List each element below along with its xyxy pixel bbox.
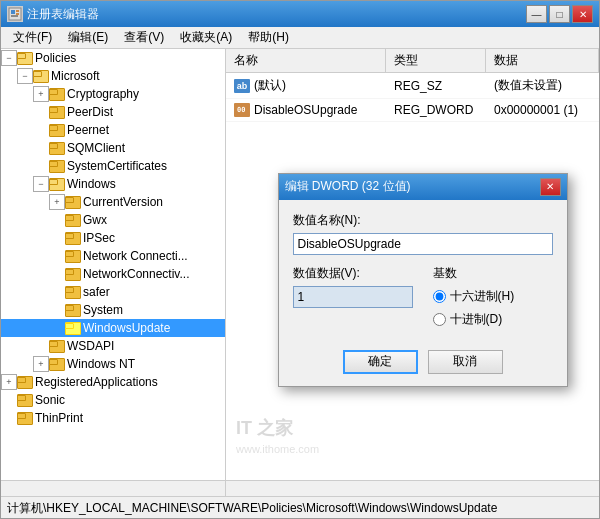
node-label-cryptography: Cryptography [67,87,139,101]
title-buttons: — □ ✕ [526,5,593,23]
expand-placeholder [33,158,49,174]
tree-node-microsoft[interactable]: − Microsoft [1,67,225,85]
radio-hex-label[interactable]: 十六进制(H) [433,288,553,305]
node-label-sonic: Sonic [35,393,65,407]
dialog-body: 数值名称(N): 数值数据(V): 基数 [279,200,567,340]
expand-windows[interactable]: − [33,176,49,192]
tree-node-wsdapi[interactable]: WSDAPI [1,337,225,355]
radio-dec-label[interactable]: 十进制(D) [433,311,553,328]
menu-edit[interactable]: 编辑(E) [60,27,116,48]
folder-icon-thinprint [17,411,33,425]
node-label-microsoft: Microsoft [51,69,100,83]
dialog-cancel-button[interactable]: 取消 [428,350,503,374]
folder-icon-wsdapi [49,339,65,353]
field-data-input[interactable] [293,286,413,308]
dialog-title-bar: 编辑 DWORD (32 位值) ✕ [279,174,567,200]
tree-node-peerdist[interactable]: PeerDist [1,103,225,121]
expand-microsoft[interactable]: − [17,68,33,84]
expand-cryptography[interactable]: + [33,86,49,102]
node-label-networkconn2: NetworkConnectiv... [83,267,189,281]
node-label-currentversion: CurrentVersion [83,195,163,209]
radio-dec[interactable] [433,313,446,326]
expand-placeholder [49,302,65,318]
tree-node-ipsec[interactable]: IPSec [1,229,225,247]
expand-policies[interactable]: − [1,50,17,66]
folder-icon-safer [65,285,81,299]
list-scrollbar[interactable] [226,480,599,496]
tree-node-windows[interactable]: − Windows [1,175,225,193]
tree-node-registeredapps[interactable]: + RegisteredApplications [1,373,225,391]
app-icon [7,6,23,22]
menu-bar: 文件(F) 编辑(E) 查看(V) 收藏夹(A) 帮助(H) [1,27,599,49]
node-label-wsdapi: WSDAPI [67,339,114,353]
expand-placeholder [49,230,65,246]
node-label-policies: Policies [35,51,76,65]
expand-placeholder [49,266,65,282]
tree-node-thinprint[interactable]: ThinPrint [1,409,225,427]
tree-node-sqmclient[interactable]: SQMClient [1,139,225,157]
tree-node-systemcerts[interactable]: SystemCertificates [1,157,225,175]
expand-placeholder [1,392,17,408]
tree-node-networkconn1[interactable]: Network Connecti... [1,247,225,265]
expand-currentversion[interactable]: + [49,194,65,210]
folder-icon-windowsupdate [65,321,81,335]
tree-node-system[interactable]: System [1,301,225,319]
main-area: − Policies − Microsoft + Cryptography [1,49,599,480]
radio-hex-text: 十六进制(H) [450,288,515,305]
menu-view[interactable]: 查看(V) [116,27,172,48]
dialog-title-text: 编辑 DWORD (32 位值) [285,178,411,195]
tree-panel[interactable]: − Policies − Microsoft + Cryptography [1,49,226,480]
tree-node-cryptography[interactable]: + Cryptography [1,85,225,103]
tree-node-networkconn2[interactable]: NetworkConnectiv... [1,265,225,283]
expand-placeholder [33,338,49,354]
window-title: 注册表编辑器 [27,6,99,23]
expand-placeholder [49,284,65,300]
dialog-confirm-button[interactable]: 确定 [343,350,418,374]
folder-icon-currentversion [65,195,81,209]
maximize-button[interactable]: □ [549,5,570,23]
folder-icon-policies [17,51,33,65]
expand-placeholder [1,410,17,426]
menu-file[interactable]: 文件(F) [5,27,60,48]
svg-rect-2 [16,10,19,12]
tree-node-safer[interactable]: safer [1,283,225,301]
folder-icon-ipsec [65,231,81,245]
node-label-safer: safer [83,285,110,299]
expand-placeholder [33,122,49,138]
tree-scrollbar[interactable] [1,480,226,496]
tree-node-policies[interactable]: − Policies [1,49,225,67]
menu-favorites[interactable]: 收藏夹(A) [172,27,240,48]
menu-help[interactable]: 帮助(H) [240,27,297,48]
expand-windowsnt[interactable]: + [33,356,49,372]
folder-icon-windowsnt [49,357,65,371]
tree-node-peernet[interactable]: Peernet [1,121,225,139]
expand-registeredapps[interactable]: + [1,374,17,390]
expand-placeholder [49,320,65,336]
tree-node-windowsnt[interactable]: + Windows NT [1,355,225,373]
expand-placeholder [49,248,65,264]
field-name-label: 数值名称(N): [293,212,553,229]
radio-hex[interactable] [433,290,446,303]
folder-icon-systemcerts [49,159,65,173]
folder-icon-microsoft [33,69,49,83]
tree-node-gwx[interactable]: Gwx [1,211,225,229]
node-label-windowsupdate: WindowsUpdate [83,321,170,335]
title-bar-left: 注册表编辑器 [7,6,99,23]
expand-placeholder [33,104,49,120]
tree-node-sonic[interactable]: Sonic [1,391,225,409]
minimize-button[interactable]: — [526,5,547,23]
field-data-label: 数值数据(V): [293,265,413,282]
folder-icon-sqmclient [49,141,65,155]
expand-placeholder [49,212,65,228]
dialog-buttons: 确定 取消 [279,340,567,386]
tree-node-windowsupdate[interactable]: WindowsUpdate [1,319,225,337]
folder-icon-registeredapps [17,375,33,389]
node-label-sqmclient: SQMClient [67,141,125,155]
close-button[interactable]: ✕ [572,5,593,23]
node-label-peernet: Peernet [67,123,109,137]
dialog-close-button[interactable]: ✕ [540,178,561,196]
svg-rect-3 [16,13,19,15]
node-label-networkconn1: Network Connecti... [83,249,188,263]
tree-node-currentversion[interactable]: + CurrentVersion [1,193,225,211]
node-label-peerdist: PeerDist [67,105,113,119]
